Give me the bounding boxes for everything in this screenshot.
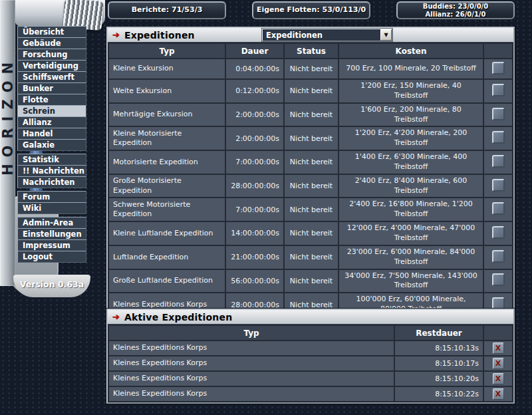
sidebar-item-impressum[interactable]: Impressum	[17, 239, 86, 251]
expedition-kosten: 12'000 Erz, 4'000 Minerale, 47'000 Treib…	[339, 222, 483, 245]
expedition-select-checkbox[interactable]	[492, 62, 505, 74]
expedition-select-checkbox[interactable]	[492, 226, 505, 239]
expedition-select-checkbox[interactable]	[492, 273, 505, 286]
active-expeditions-panel: ➔ Aktive Expeditionen Typ Restdauer Klei…	[106, 309, 515, 404]
table-row: Kleines Expeditions Korps 8:15:10:22s X	[109, 387, 512, 401]
expedition-status: Nicht bereit	[285, 198, 338, 221]
sidebar-item-bunker[interactable]: Bunker	[17, 82, 86, 94]
sidebar-item-logout[interactable]: Logout	[17, 251, 86, 263]
nav-group-info: Statistik !! Nachrichten Nachrichten	[17, 154, 86, 188]
cancel-expedition-button[interactable]: X	[493, 358, 504, 369]
table-row: Kleines Expeditions Korps 8:15:10:20s X	[109, 372, 512, 386]
table-row: Schwere Motorisierte Expedition 7:00:00:…	[109, 198, 512, 221]
expedition-kosten: 23'000 Erz, 6'000 Minerale, 84'000 Treib…	[339, 246, 483, 269]
expedition-kosten: 1'200 Erz, 4'200 Minerale, 200 Treibstof…	[339, 127, 483, 150]
sidebar-item-flotte[interactable]: Flotte	[17, 94, 86, 106]
active-table-header-row: Typ Restdauer	[109, 326, 512, 340]
expedition-typ: Motorisierte Expedition	[109, 151, 225, 174]
expedition-dauer: 2:00:00:00s	[226, 127, 283, 150]
table-row: Große Motorisierte Expedition 28:00:00:0…	[109, 175, 512, 198]
expedition-kosten: 1'600 Erz, 200 Minerale, 80 Treibstoff	[339, 104, 483, 126]
sidebar-item-verteidigung[interactable]: Verteidigung	[17, 60, 86, 72]
sidebar-item-forschung[interactable]: Forschung	[17, 49, 86, 61]
cancel-expedition-button[interactable]: X	[493, 373, 504, 384]
expedition-status: Nicht bereit	[285, 80, 338, 102]
sidebar-item-nachrichten[interactable]: Nachrichten	[17, 176, 86, 188]
sidebar-item-uebersicht[interactable]: Übersicht	[17, 26, 86, 38]
expedition-kosten: 1'400 Erz, 6'300 Minerale, 400 Treibstof…	[339, 151, 483, 174]
berichte-button[interactable]: Berichte: 71/53/3	[108, 1, 226, 19]
sidebar-item-einstellungen[interactable]: Einstellungen	[17, 228, 86, 240]
expedition-typ: Weite Exkursion	[109, 80, 225, 102]
eigene-flotten-button[interactable]: Eigene Flotten: 53/0/113/0	[252, 1, 370, 19]
top-status-bar: Berichte: 71/53/3 Eigene Flotten: 53/0/1…	[108, 1, 515, 19]
allianz-count-label: Allianz: 26/0/1/0	[426, 11, 486, 19]
expedition-status: Nicht bereit	[285, 175, 338, 198]
table-row: Kleines Expeditions Korps 8:15:10:17s X	[109, 356, 512, 370]
active-expedition-restdauer: 8:15:10:20s	[395, 372, 483, 386]
expedition-status: Nicht bereit	[285, 127, 338, 150]
red-arrow-icon: ➔	[112, 312, 120, 322]
expedition-select-checkbox[interactable]	[492, 131, 505, 144]
sidebar-item-handel[interactable]: Handel	[17, 128, 86, 140]
expedition-dauer: 2:00:00:00s	[226, 104, 283, 126]
col-header-restdauer: Restdauer	[395, 326, 483, 340]
sidebar-item-statistik[interactable]: Statistik	[17, 154, 86, 166]
expedition-typ: Kleine Motorisierte Expedition	[109, 127, 225, 150]
active-expedition-typ: Kleines Expeditions Korps	[109, 372, 394, 386]
sidebar-item-wiki[interactable]: Wiki	[17, 202, 86, 214]
active-expedition-typ: Kleines Expeditions Korps	[109, 341, 394, 355]
expedition-select-checkbox[interactable]	[492, 108, 505, 120]
table-row: Weite Exkursion 0:12:00:00s Nicht bereit…	[109, 80, 512, 102]
expedition-type-select-value: Expeditionen	[263, 31, 323, 40]
sidebar-item-nachrichten-neu[interactable]: !! Nachrichten	[17, 165, 86, 177]
expedition-kosten: 34'000 Erz, 7'500 Minerale, 143'000 Trei…	[339, 270, 483, 293]
expedition-dauer: 21:00:00:00s	[226, 246, 283, 269]
expedition-typ: Große Luftlande Expedition	[109, 270, 225, 293]
expeditions-title: Expeditionen	[124, 30, 195, 41]
expedition-select-checkbox[interactable]	[492, 84, 505, 96]
expedition-typ: Mehrtägige Exkursion	[109, 104, 225, 126]
sidebar-item-admin-area[interactable]: Admin-Area	[17, 217, 86, 229]
expedition-typ: Schwere Motorisierte Expedition	[109, 198, 225, 221]
chevron-down-icon[interactable]: ▼	[380, 29, 392, 41]
expedition-dauer: 0:04:00:00s	[226, 59, 283, 78]
sidebar-item-galaxie[interactable]: Galaxie	[17, 139, 86, 151]
col-header-dauer: Dauer	[226, 44, 283, 58]
table-row: Kleine Exkursion 0:04:00:00s Nicht berei…	[109, 59, 512, 78]
col-header-typ: Typ	[109, 326, 394, 340]
expeditions-panel-header: ➔ Expeditionen Expeditionen ▼	[108, 28, 513, 43]
sidebar-item-gebaeude[interactable]: Gebäude	[17, 37, 86, 49]
expedition-dauer: 0:12:00:00s	[226, 80, 283, 102]
table-row: Motorisierte Expedition 7:00:00:00s Nich…	[109, 151, 512, 174]
sidebar-item-schrein[interactable]: Schrein	[17, 105, 86, 117]
active-expeditions-title: Aktive Expeditionen	[124, 312, 232, 323]
buddies-allianz-button[interactable]: Buddies: 23/0/0/0 Allianz: 26/0/1/0	[396, 1, 515, 19]
nav-group-community: Forum Wiki	[17, 191, 86, 214]
expedition-status: Nicht bereit	[285, 222, 338, 245]
expedition-type-select[interactable]: Expeditionen ▼	[262, 29, 392, 41]
berichte-label: Berichte: 71/53/3	[132, 6, 203, 15]
expedition-status: Nicht bereit	[285, 270, 338, 293]
cancel-expedition-button[interactable]: X	[493, 343, 504, 354]
active-expedition-restdauer: 8:15:10:13s	[395, 341, 483, 355]
expedition-kosten: 2'400 Erz, 8'400 Minerale, 600 Treibstof…	[339, 175, 483, 198]
nav-group-system: Admin-Area Einstellungen Impressum Logou…	[17, 217, 86, 263]
nav-group-main: Übersicht Gebäude Forschung Verteidigung…	[17, 26, 86, 151]
buddies-label: Buddies: 23/0/0/0	[423, 3, 488, 11]
expedition-select-checkbox[interactable]	[492, 179, 505, 192]
expedition-select-checkbox[interactable]	[492, 250, 505, 263]
table-row: Große Luftlande Expedition 56:00:00:00s …	[109, 270, 512, 293]
cancel-expedition-button[interactable]: X	[493, 388, 504, 400]
sidebar-item-schiffswerft[interactable]: Schiffswerft	[17, 71, 86, 83]
expedition-select-checkbox[interactable]	[492, 155, 505, 168]
sidebar-item-allianz[interactable]: Allianz	[17, 116, 86, 128]
expedition-dauer: 14:00:00:00s	[226, 222, 283, 245]
expeditions-table-header-row: Typ Dauer Status Kosten	[109, 44, 512, 58]
active-expeditions-table: Typ Restdauer Kleines Expeditions Korps …	[108, 325, 513, 402]
sidebar-item-forum[interactable]: Forum	[17, 191, 86, 203]
expedition-select-checkbox[interactable]	[492, 202, 505, 215]
table-row: Luftlande Expedition 21:00:00:00s Nicht …	[109, 246, 512, 269]
expedition-status: Nicht bereit	[285, 104, 338, 126]
expedition-dauer: 7:00:00:00s	[226, 151, 283, 174]
